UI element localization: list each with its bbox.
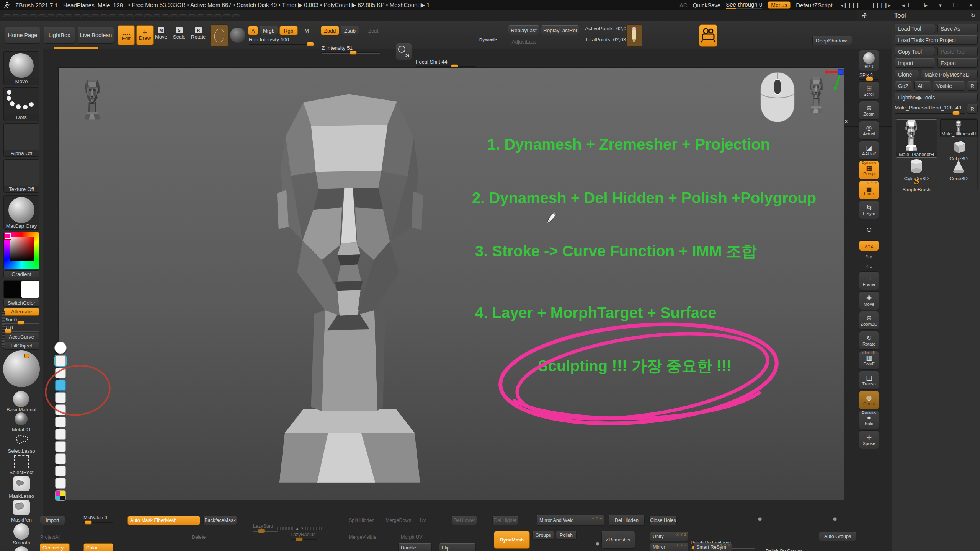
tool-section[interactable] <box>895 388 978 398</box>
menu-item[interactable] <box>153 14 160 17</box>
dynamic-label[interactable]: Dynamic <box>479 37 497 42</box>
color-picker[interactable] <box>3 232 39 269</box>
material-thumbnail[interactable]: MatCap Gray <box>3 195 39 230</box>
smart-resym-button[interactable]: Smart ReSymX Y Z <box>694 543 732 551</box>
tool-section[interactable] <box>895 305 978 314</box>
tool-section[interactable] <box>895 267 978 276</box>
tool-section[interactable] <box>895 360 978 370</box>
document-canvas[interactable]: 1. Dynamesh + Zremesher + Projection 2. … <box>58 67 844 500</box>
mergedown-button[interactable]: MergeDown <box>383 516 414 525</box>
spix-slider[interactable]: SPix 3 <box>859 72 879 80</box>
basic-material-thumbnail[interactable]: BasicMaterial <box>4 391 39 412</box>
double-button[interactable]: Double <box>398 543 432 551</box>
alternate-toggle[interactable]: Alternate <box>4 308 39 316</box>
uv-button[interactable]: Uv <box>417 516 428 525</box>
menu-item[interactable] <box>188 14 196 17</box>
tool-section[interactable] <box>895 211 978 220</box>
smooth-brush[interactable]: Smooth <box>4 523 39 546</box>
current-brush-thumbnail[interactable]: Move <box>3 51 39 85</box>
save-as-button[interactable]: Save As <box>937 24 978 33</box>
tool-section[interactable] <box>895 277 978 286</box>
accucurve-button[interactable]: AccuCurve <box>3 333 39 341</box>
a-toggle[interactable]: A <box>248 26 258 35</box>
tool-section[interactable] <box>895 323 978 332</box>
tool-section[interactable] <box>895 239 978 248</box>
edit-mode-button[interactable]: Edit <box>118 25 135 45</box>
polish-toggle[interactable]: Polish <box>556 531 577 540</box>
menu-item[interactable] <box>74 14 81 17</box>
annotation-color-swatches[interactable] <box>55 490 66 501</box>
menu-item[interactable] <box>206 14 213 17</box>
lightbox-tools-button[interactable]: Lightbox▶Tools <box>895 93 978 102</box>
live-boolean-button[interactable]: Live Boolean <box>78 27 114 44</box>
dynamesh-button[interactable]: DynaMesh <box>494 531 530 549</box>
tool-section[interactable] <box>895 192 978 202</box>
import-tool-button[interactable]: Import <box>895 58 935 68</box>
gravity-pencil-thumbnail[interactable] <box>626 24 642 47</box>
select-lasso-brush[interactable]: SelectLasso <box>4 432 39 454</box>
cube3d-thumbnail[interactable]: Cube3D <box>940 139 977 161</box>
menu-item[interactable] <box>109 14 116 17</box>
strip-scroll-button[interactable]: ⊞ Scroll <box>859 81 879 100</box>
tool-section[interactable] <box>895 342 978 351</box>
switch-color-button[interactable]: SwitchColor <box>3 299 39 307</box>
tool-section[interactable] <box>895 230 978 239</box>
alpha-sphere-thumbnail[interactable] <box>230 28 245 43</box>
rgb-intensity-slider[interactable]: Rgb Intensity 100 <box>249 37 312 45</box>
unify-button[interactable]: UnifyX Y Z <box>650 532 688 541</box>
goz-visible-button[interactable]: Visible <box>933 81 965 91</box>
select-rect-brush[interactable]: SelectRect <box>4 454 39 475</box>
smooth-valleys-brush[interactable]: SmoothValleys <box>2 546 41 551</box>
goz-r-button[interactable]: R <box>967 81 978 91</box>
menu-item[interactable] <box>214 14 222 17</box>
menu-item[interactable] <box>162 14 169 17</box>
load-tool-button[interactable]: Load Tool <box>895 24 935 33</box>
paste-tool-button[interactable]: Paste Tool <box>937 47 978 56</box>
metal-material-thumbnail[interactable]: Metal 01 <box>4 412 39 432</box>
menu-item[interactable] <box>56 14 64 17</box>
menu-item[interactable] <box>47 14 55 17</box>
tool-section[interactable] <box>895 220 978 230</box>
strip-lsym-button[interactable]: ⇆ L.Sym <box>859 201 879 219</box>
camera-view-button[interactable] <box>699 24 717 47</box>
stroke-type-thumbnail[interactable]: Dots <box>3 87 39 121</box>
color-tab-button[interactable]: Color <box>83 543 113 551</box>
mirror-button[interactable]: MirrorX Y Z <box>650 543 688 551</box>
rgb-toggle[interactable]: Rgb <box>279 26 298 35</box>
resolution-mode-dot[interactable] <box>596 542 599 546</box>
strip-solo-button[interactable]: Dynamic ● Solo <box>859 411 879 429</box>
layout-next-icon[interactable]: ❏▸ <box>918 2 931 8</box>
default-zscript-button[interactable]: DefaultZScript <box>796 2 832 8</box>
menu-item[interactable] <box>144 14 152 17</box>
scale-mode-button[interactable]: S Scale <box>173 27 186 40</box>
tool-section[interactable] <box>895 314 978 323</box>
annotation-undo-button[interactable] <box>55 429 66 440</box>
tool-section[interactable] <box>895 286 978 295</box>
menu-item[interactable] <box>179 14 187 17</box>
strip-xpose-button[interactable]: ✛ Xpose <box>859 430 879 449</box>
auto-groups-button[interactable]: Auto Groups <box>819 532 856 541</box>
tool-section[interactable] <box>895 248 978 258</box>
rotate-mode-button[interactable]: R Rotate <box>191 27 206 40</box>
blur-slider[interactable]: Blur 0 <box>4 317 39 324</box>
tool-section[interactable] <box>895 295 978 304</box>
import-button[interactable]: Import <box>40 516 65 525</box>
mirror-and-weld-button[interactable]: Mirror And WeldX Y Z <box>537 515 604 526</box>
zcut-toggle[interactable]: Zcut <box>366 26 381 35</box>
split-hidden-button[interactable]: Split Hidden <box>346 516 377 525</box>
annotation-clipboard-button[interactable] <box>55 478 66 489</box>
menu-item[interactable] <box>65 14 72 17</box>
strip-xyz-button[interactable]: XYZ <box>859 240 879 251</box>
simplebrush-thumbnail[interactable]: S SimpleBrush <box>897 175 936 192</box>
strip-ghost-button[interactable]: ◍ Ghost <box>859 391 879 409</box>
palette-cycle-icon[interactable]: ↻ <box>970 12 975 19</box>
strip-rotate-button[interactable]: ↻ Rotate <box>859 331 879 350</box>
home-page-button[interactable]: Home Page <box>5 27 40 44</box>
tool-section[interactable] <box>895 333 978 342</box>
deep-shadow-button[interactable]: DeepShadow <box>812 36 852 45</box>
tool-section[interactable] <box>895 435 978 444</box>
projectall-button[interactable]: ProjectAll <box>38 533 63 542</box>
replay-last-rel-button[interactable]: ReplayLastRel <box>541 25 579 35</box>
tool-section[interactable] <box>895 258 978 267</box>
menus-toggle-button[interactable]: Menus <box>768 1 791 9</box>
